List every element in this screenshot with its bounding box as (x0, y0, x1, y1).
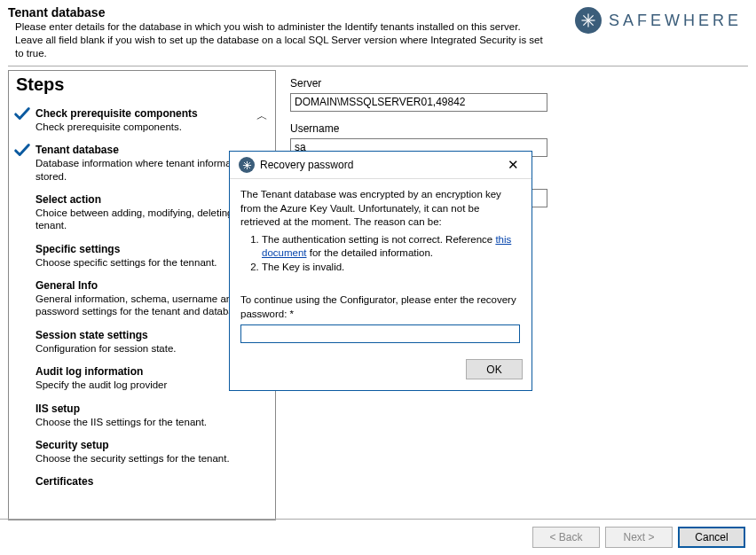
username-label: Username (290, 122, 744, 135)
step-title: Check prerequisite components (35, 107, 273, 120)
server-label: Server (290, 77, 744, 90)
snowflake-icon (575, 7, 602, 34)
page-title: Tenant database (8, 5, 575, 20)
step-desc: Choose the IIS settings for the tenant. (35, 416, 273, 428)
step-title: Security setup (35, 439, 273, 451)
next-button: Next > (605, 527, 673, 548)
reason1-suffix: for the detailed information. (307, 247, 434, 258)
close-icon[interactable]: ✕ (504, 157, 523, 173)
recovery-password-dialog: Recovery password ✕ The Tenant database … (229, 151, 532, 391)
recovery-password-input[interactable] (240, 324, 520, 343)
step-desc: Check prerequisite components. (35, 121, 273, 133)
wizard-footer: < Back Next > Cancel (0, 519, 756, 555)
steps-title: Steps (14, 74, 273, 95)
dialog-intro: The Tenant database was encrypted by an … (240, 188, 521, 230)
step-item[interactable]: Check prerequisite componentsCheck prere… (14, 107, 273, 133)
check-icon (12, 104, 32, 128)
dialog-title: Recovery password (260, 159, 353, 171)
step-item[interactable]: Certificates (14, 475, 273, 488)
snowflake-icon (239, 157, 255, 173)
dialog-reason-1: The authentication setting is not correc… (262, 233, 521, 261)
server-input[interactable] (290, 93, 547, 112)
step-desc: Choose the security settings for the ten… (35, 452, 273, 465)
reason1-prefix: The authentication setting is not correc… (262, 234, 495, 245)
back-button: < Back (532, 527, 600, 548)
brand-name: SAFEWHERE (609, 12, 742, 30)
step-title: IIS setup (35, 403, 273, 415)
step-item[interactable]: Security setupChoose the security settin… (14, 439, 273, 465)
page-description: Please enter details for the database in… (8, 20, 549, 60)
dialog-reason-2: The Key is invalid. (262, 261, 521, 275)
ok-button[interactable]: OK (466, 359, 523, 379)
cancel-button[interactable]: Cancel (678, 527, 745, 548)
brand-logo: SAFEWHERE (575, 5, 742, 34)
step-item[interactable]: IIS setupChoose the IIS settings for the… (14, 403, 273, 428)
check-icon (12, 140, 32, 164)
dialog-continue-text: To continue using the Configurator, plea… (240, 293, 521, 321)
step-title: Certificates (35, 475, 273, 488)
